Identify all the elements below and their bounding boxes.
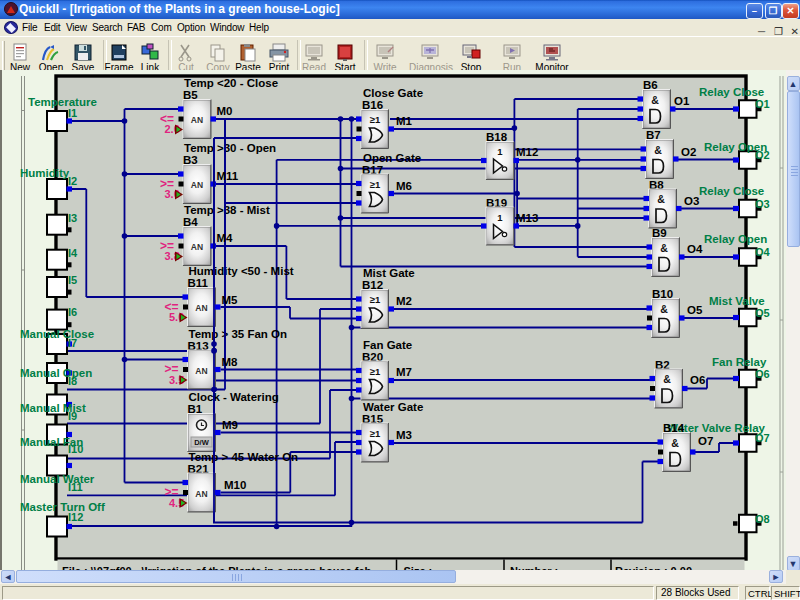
svg-text:&: & <box>660 303 668 315</box>
svg-text:O5: O5 <box>687 304 703 316</box>
svg-text:Mist Gate: Mist Gate <box>363 267 415 279</box>
svg-text:Temperature: Temperature <box>28 96 97 108</box>
svg-text:&: & <box>660 242 668 254</box>
svg-text:Close Gate: Close Gate <box>363 87 423 99</box>
svg-text:O3: O3 <box>755 198 770 210</box>
svg-text:O4: O4 <box>755 246 771 258</box>
svg-text:O2: O2 <box>755 149 770 161</box>
svg-text:Temp <20 - Close: Temp <20 - Close <box>184 77 278 89</box>
svg-text:I1: I1 <box>68 107 77 119</box>
svg-text:Manual Water: Manual Water <box>20 473 95 485</box>
svg-text:Relay Open: Relay Open <box>704 233 767 245</box>
svg-text:O1: O1 <box>755 98 770 110</box>
svg-text:O4: O4 <box>687 243 703 255</box>
svg-text:O3: O3 <box>684 195 699 207</box>
svg-text:M5: M5 <box>222 294 239 306</box>
svg-text:D/W: D/W <box>194 438 210 447</box>
svg-text:AN: AN <box>191 242 203 252</box>
svg-text:O2: O2 <box>681 146 696 158</box>
svg-text:Relay Close: Relay Close <box>699 185 764 197</box>
svg-text:≥1: ≥1 <box>370 366 381 377</box>
svg-text:O6: O6 <box>755 368 770 380</box>
svg-text:O1: O1 <box>674 95 690 107</box>
svg-text:I7: I7 <box>68 337 77 349</box>
svg-text:&: & <box>663 373 671 385</box>
svg-text:Temp > 35 Fan On: Temp > 35 Fan On <box>189 328 288 340</box>
svg-text:Fan Gate: Fan Gate <box>363 339 412 351</box>
svg-text:≥1: ≥1 <box>370 179 381 190</box>
svg-text:O7: O7 <box>755 432 770 444</box>
svg-text:≥1: ≥1 <box>370 114 381 125</box>
svg-text:M3: M3 <box>396 429 412 441</box>
svg-text:Temp >30 - Open: Temp >30 - Open <box>184 142 276 154</box>
svg-text:Fan Relay: Fan Relay <box>712 356 767 368</box>
svg-text:O7: O7 <box>698 435 713 447</box>
svg-text:Clock - Watering: Clock - Watering <box>189 391 279 403</box>
svg-text:I10: I10 <box>68 443 83 455</box>
svg-text:M6: M6 <box>396 180 412 192</box>
svg-text:≥1: ≥1 <box>370 294 381 305</box>
svg-text:Manual Close: Manual Close <box>20 328 94 340</box>
svg-text:I11: I11 <box>68 481 83 493</box>
svg-text:M11: M11 <box>217 170 239 182</box>
svg-text:M7: M7 <box>396 366 412 378</box>
svg-text:Mist Valve: Mist Valve <box>709 295 765 307</box>
svg-text:Water Gate: Water Gate <box>363 401 423 413</box>
svg-text:O5: O5 <box>755 307 770 319</box>
svg-text:Relay Close: Relay Close <box>699 86 764 98</box>
svg-text:M8: M8 <box>222 356 239 368</box>
svg-text:&: & <box>651 94 659 106</box>
svg-text:Master Turn Off: Master Turn Off <box>20 501 105 513</box>
svg-text:&: & <box>654 144 662 156</box>
svg-text:I8: I8 <box>68 375 77 387</box>
svg-text:AN: AN <box>195 366 207 376</box>
svg-text:Manual Open: Manual Open <box>20 367 92 379</box>
svg-text:Humidity <50 - Mist: Humidity <50 - Mist <box>189 265 294 277</box>
svg-text:AN: AN <box>195 489 207 499</box>
svg-text:M0: M0 <box>217 105 233 117</box>
svg-text:&: & <box>657 193 665 205</box>
svg-text:1: 1 <box>497 212 503 223</box>
svg-text:Humidity: Humidity <box>20 167 70 179</box>
svg-text:I4: I4 <box>68 247 78 259</box>
svg-text:O6: O6 <box>690 374 705 386</box>
svg-text:M2: M2 <box>396 295 412 307</box>
svg-text:Temp >38 - Mist: Temp >38 - Mist <box>184 204 270 216</box>
svg-text:I12: I12 <box>68 511 83 523</box>
svg-text:I3: I3 <box>68 212 77 224</box>
svg-text:M13: M13 <box>516 212 538 224</box>
svg-text:M10: M10 <box>224 479 246 491</box>
svg-text:≥1: ≥1 <box>370 428 381 439</box>
svg-text:M12: M12 <box>516 146 538 158</box>
svg-text:Temp > 45 Water On: Temp > 45 Water On <box>189 451 299 463</box>
svg-text:AN: AN <box>191 180 203 190</box>
svg-text:Open Gate: Open Gate <box>363 152 421 164</box>
svg-text:AN: AN <box>195 303 207 313</box>
svg-text:1: 1 <box>497 146 503 157</box>
svg-text:I5: I5 <box>68 274 77 286</box>
svg-text:M1: M1 <box>396 115 413 127</box>
svg-text:I9: I9 <box>68 410 77 422</box>
svg-text:&: & <box>671 437 679 449</box>
svg-text:AN: AN <box>191 115 203 125</box>
svg-text:M4: M4 <box>217 232 234 244</box>
svg-text:I6: I6 <box>68 306 77 318</box>
svg-text:M9: M9 <box>222 419 238 431</box>
svg-text:I2: I2 <box>68 175 77 187</box>
svg-text:O8: O8 <box>755 513 770 525</box>
